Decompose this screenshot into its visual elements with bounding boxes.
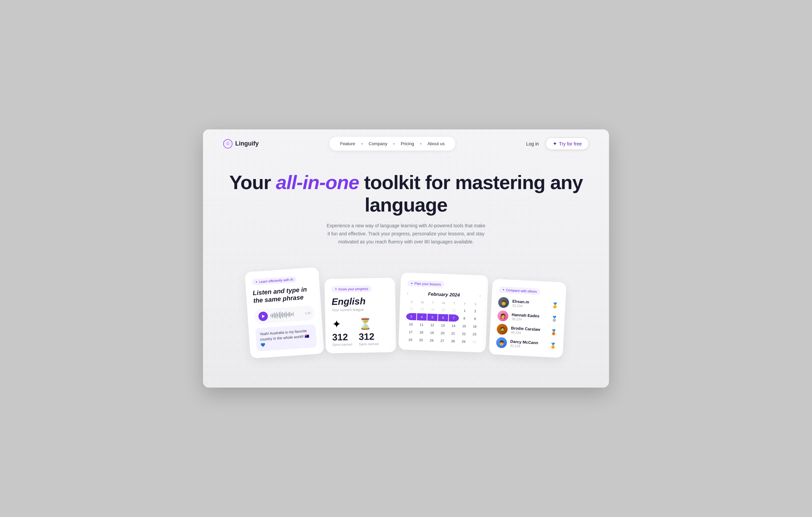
card-calendar: Plan your lessons ‹ February 2024 › S M … (398, 272, 488, 353)
cal-day[interactable]: 19 (427, 329, 437, 336)
cal-day[interactable]: 15 (459, 323, 469, 330)
navbar: Linguify Feature Company Pricing About u… (203, 129, 609, 158)
play-icon (262, 314, 265, 318)
chat-bubble: Yeah! Australia is my favorite country i… (255, 324, 317, 352)
lb-item-3: 🧔 Brodie Carslaw 39,234 🥉 (497, 324, 557, 337)
nav-dot-3 (420, 143, 422, 145)
lb-info-2: Hannah Eades 39,234 (511, 312, 548, 323)
cal-day[interactable]: 22 (459, 330, 469, 338)
svg-point-0 (224, 140, 232, 148)
cal-label-s1: S (407, 299, 417, 305)
cal-day[interactable]: 11 (416, 321, 427, 328)
cal-day[interactable]: 26 (427, 337, 437, 344)
try-free-button[interactable]: ✦ Try for free (546, 138, 589, 150)
lb-avatar-2: 👩 (497, 310, 509, 322)
lb-item-2: 👩 Hannah Eades 39,234 🥈 (497, 310, 558, 324)
cal-day[interactable]: 29 (458, 338, 468, 345)
cal-prev[interactable]: ‹ (407, 291, 408, 295)
cal-day[interactable]: 20 (438, 329, 447, 337)
lb-medal-1: 🥇 (552, 302, 559, 308)
audio-player[interactable]: 1:25 (254, 305, 315, 324)
cal-day-highlight[interactable]: 7 (448, 314, 459, 322)
hero-title: Your all-in-one toolkit for mastering an… (210, 171, 602, 216)
nav-feature[interactable]: Feature (336, 140, 359, 148)
cal-day[interactable]: 28 (417, 305, 427, 313)
sparkle-icon: ✦ (553, 141, 557, 147)
audio-time: 1:25 (304, 311, 311, 315)
lb-item-4: 👦 Darcy McCann 32,234 🏅 (496, 337, 557, 351)
card-progress: Know your progress English Your current … (324, 278, 396, 354)
league-label: Your current league (332, 307, 389, 312)
logo-text: Linguify (235, 140, 259, 147)
cal-day[interactable]: 12 (427, 321, 437, 329)
page-background: Linguify Feature Company Pricing About u… (203, 129, 609, 388)
feature-cards: Learn efficiently with AI Listen and typ… (203, 256, 609, 373)
logo-icon (223, 139, 233, 149)
lb-info-1: Ehsan.m 32,234 (512, 299, 549, 309)
cal-day[interactable]: 21 (448, 330, 458, 337)
cal-month: February 2024 (428, 291, 460, 297)
cal-next[interactable]: › (480, 293, 481, 298)
stat2-label: Spins earned (359, 342, 378, 346)
lb-info-3: Brodie Carslaw 39,234 (511, 326, 547, 336)
card1-title: Listen and type in the same phrase (253, 285, 314, 305)
stat2-number: 312 (359, 331, 378, 342)
cal-day[interactable]: 17 (406, 328, 416, 336)
language-title: English (331, 295, 389, 307)
cal-day-highlight[interactable]: 6 (438, 314, 448, 321)
lb-medal-2: 🥈 (551, 315, 558, 322)
cal-day[interactable]: 29 (428, 306, 438, 313)
cal-label-t1: T (428, 300, 438, 305)
cal-day[interactable]: 27 (406, 305, 416, 312)
cal-day[interactable]: 13 (438, 322, 448, 329)
cal-day[interactable]: 8 (459, 315, 469, 322)
cal-day[interactable]: 16 (470, 323, 480, 330)
nav-actions: Log in ✦ Try for free (526, 138, 589, 150)
play-button[interactable] (258, 311, 268, 321)
cal-day[interactable]: 30 (438, 306, 448, 313)
card3-tag: Plan your lessons (407, 280, 444, 288)
nav-pricing[interactable]: Pricing (397, 140, 418, 148)
cal-label-t2: T (449, 300, 459, 306)
nav-about[interactable]: About us (424, 140, 448, 148)
waveform (270, 310, 302, 320)
card-learn-ai: Learn efficiently with AI Listen and typ… (244, 267, 324, 358)
stat1-number: 312 (332, 332, 352, 343)
logo[interactable]: Linguify (223, 139, 259, 149)
cal-day[interactable]: 18 (416, 329, 426, 336)
cal-day[interactable]: 10 (406, 321, 416, 328)
lb-avatar-3: 🧔 (497, 324, 508, 335)
cal-day[interactable]: 23 (469, 331, 480, 338)
stats-row: ✦ 312 Spins earned ⏳ 312 Spins earned (332, 317, 389, 346)
leaderboard-list: 👨 Ehsan.m 32,234 🥇 👩 Hannah Eades 39,234 (496, 297, 559, 351)
cal-day[interactable]: 31 (449, 306, 459, 314)
cal-day[interactable]: 14 (448, 322, 458, 329)
nav-company[interactable]: Company (365, 140, 392, 148)
cal-day[interactable]: 9 (470, 315, 480, 323)
cal-day-highlight[interactable]: 4 (417, 313, 427, 321)
cal-day[interactable]: 1 (460, 307, 470, 314)
cal-day-highlight[interactable]: 3 (406, 313, 416, 320)
lb-medal-3: 🥉 (550, 329, 557, 335)
calendar-header: ‹ February 2024 › (407, 291, 481, 298)
nav-dot-1 (361, 143, 363, 145)
stat-sparkles: ✦ 312 Spins earned (332, 317, 352, 346)
cal-day[interactable]: 27 (437, 337, 447, 344)
nav-links-container: Feature Company Pricing About us (329, 137, 456, 151)
cal-day-highlight[interactable]: 5 (428, 313, 438, 321)
cal-day[interactable]: 28 (448, 337, 458, 345)
cal-day[interactable]: 30 (469, 338, 479, 346)
cal-day[interactable]: 24 (405, 336, 415, 343)
hero-title-italic: all-in-one (276, 171, 359, 193)
lb-item-1: 👨 Ehsan.m 32,234 🥇 (498, 297, 559, 310)
card-leaderboard: Compare with others 👨 Ehsan.m 32,234 🥇 👩 (489, 279, 567, 358)
browser-window: Linguify Feature Company Pricing About u… (203, 129, 609, 388)
lb-avatar-4: 👦 (496, 337, 508, 348)
card1-tag: Learn efficiently with AI (252, 276, 297, 285)
hero-subtitle: Experience a new way of language learnin… (325, 222, 487, 246)
lb-avatar-1: 👨 (498, 297, 509, 308)
login-button[interactable]: Log in (526, 141, 539, 147)
stat-hourglass: ⏳ 312 Spins earned (358, 317, 378, 346)
cal-day[interactable]: 2 (470, 307, 480, 315)
cal-day[interactable]: 25 (416, 336, 426, 344)
